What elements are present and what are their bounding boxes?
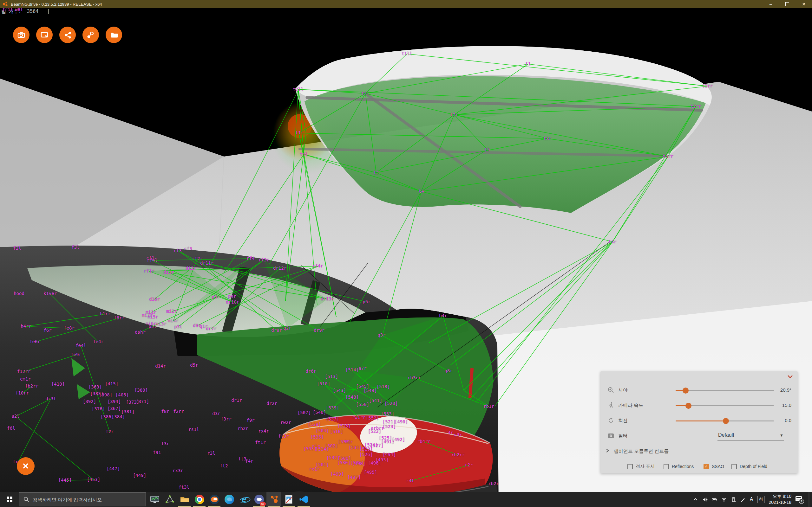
taskbar-app-file-explorer[interactable] — [177, 492, 192, 507]
checkbox-label: 격자 표시 — [636, 464, 655, 469]
taskbar-app-edge[interactable] — [222, 492, 237, 507]
notification-badge: 2 — [799, 499, 804, 504]
wireframe-editor-icon — [165, 495, 174, 504]
open-folder-button[interactable] — [106, 26, 122, 43]
vs-code-icon — [299, 495, 309, 504]
beamng-drive-icon — [269, 495, 279, 504]
chrome-icon — [195, 495, 204, 504]
share-icon — [63, 31, 72, 39]
checkbox-depth-of-field[interactable]: ✓ Depth of Field — [731, 463, 767, 470]
checkbox-reflections[interactable]: ✓ Reflections — [664, 463, 694, 470]
checkbox-box: ✓ — [731, 464, 737, 469]
windows-taskbar: e 9+ A 한 오후 8: — [0, 492, 812, 507]
collapse-chevron-icon[interactable] — [787, 375, 793, 379]
title-bar[interactable]: BeamNG.drive - 0.23.5.2.12939 - RELEASE … — [0, 0, 812, 8]
filter-selected-value: Default — [718, 432, 734, 438]
beamng-window: t1llt1t2llt2lt2rt1rrt2rrt1lt2t3rt5t3rrt4… — [0, 0, 812, 507]
taskbar-app-discord[interactable]: 9+ — [252, 492, 266, 507]
maximize-icon — [785, 2, 789, 6]
minimize-icon: – — [769, 2, 772, 7]
maximize-button[interactable] — [779, 0, 796, 8]
close-button[interactable]: ✕ — [796, 0, 812, 8]
rotation-value: 0.0 — [763, 418, 792, 423]
camera-icon — [17, 31, 26, 39]
taskbar-app-vs-code[interactable] — [296, 492, 311, 507]
volume-icon[interactable] — [702, 497, 708, 502]
filter-dropdown[interactable]: Default ▼ — [717, 431, 784, 441]
taskbar-app-task-manager[interactable] — [147, 492, 162, 507]
chevron-up-icon[interactable] — [693, 497, 698, 502]
render-options-row: ✓ 격자 표시 ✓ Reflections ✓ SSAO ✓ Depth of … — [600, 463, 798, 471]
rotation-label: 회전 — [618, 418, 628, 424]
start-button[interactable] — [0, 492, 19, 507]
beam-counter-text: 빔 개수: 3564 | — [1, 9, 50, 14]
edge-icon — [224, 495, 234, 504]
rotation-row: 회전 0.0 — [600, 414, 798, 427]
checkbox-box: ✓ — [627, 464, 633, 469]
taskbar-search — [19, 493, 146, 506]
share-button[interactable] — [59, 26, 76, 43]
task-manager-icon — [150, 495, 159, 504]
camera-speed-label: 카메라 속도 — [618, 402, 643, 408]
filter-camera-icon — [607, 432, 614, 439]
taskbar-app-internet-explorer[interactable]: e — [237, 492, 252, 507]
close-icon: ✕ — [802, 2, 806, 7]
screenshot-camera-button[interactable] — [13, 26, 30, 43]
file-explorer-icon — [180, 495, 189, 504]
rotate-icon — [607, 417, 614, 424]
taskbar-app-blender[interactable] — [207, 492, 222, 507]
pen-icon[interactable] — [740, 497, 746, 502]
ime-english-indicator[interactable]: A — [750, 497, 753, 502]
internet-explorer-icon: e — [240, 495, 249, 504]
camera-settings-panel: 시야 20.9° 카메라 속도 15.0 회전 0.0 — [600, 372, 798, 473]
capture-region-icon — [40, 31, 49, 39]
blender-icon — [210, 495, 219, 504]
camera-speed-slider-thumb[interactable] — [686, 403, 692, 409]
exit-x-icon: ✕ — [22, 461, 29, 471]
fov-value: 20.9° — [763, 387, 792, 393]
steam-upload-button[interactable] — [83, 26, 99, 43]
taskbar-clock[interactable]: 오후 8:10 2021-10-18 — [768, 493, 792, 505]
ambient-occlusion-expander[interactable]: 앰비언트 오클루전 컨트롤 — [606, 446, 793, 456]
checkbox-label: SSAO — [712, 464, 724, 469]
checkbox-label: Depth of Field — [740, 464, 767, 469]
folder-icon — [109, 31, 118, 39]
filter-label: 필터 — [618, 433, 628, 439]
discord-badge: 9+ — [260, 502, 266, 506]
running-person-icon — [607, 402, 614, 409]
taskbar-app-beamng-drive[interactable] — [266, 492, 281, 507]
notification-center-button[interactable]: 2 — [796, 496, 803, 503]
fov-row: 시야 20.9° — [600, 384, 798, 397]
wifi-icon[interactable] — [721, 497, 727, 502]
taskbar-app-wireframe-editor[interactable] — [162, 492, 177, 507]
search-icon — [23, 497, 29, 502]
minimize-button[interactable]: – — [763, 0, 779, 8]
rotation-slider-thumb[interactable] — [723, 418, 729, 424]
tray-date: 2021-10-18 — [768, 499, 792, 505]
ime-korean-indicator[interactable]: 한 — [757, 496, 764, 503]
fov-label: 시야 — [618, 387, 628, 393]
checkbox-grid-display[interactable]: ✓ 격자 표시 — [627, 463, 655, 470]
show-desktop-button[interactable] — [809, 492, 809, 507]
magnifier-plus-icon — [607, 387, 614, 394]
usb-device-icon[interactable] — [731, 497, 736, 502]
exit-button[interactable]: ✕ — [17, 457, 35, 475]
battery-icon[interactable] — [712, 497, 717, 502]
taskbar-app-image-viewer[interactable] — [281, 492, 296, 507]
taskbar-app-chrome[interactable] — [192, 492, 207, 507]
checkbox-ssao[interactable]: ✓ SSAO — [704, 463, 724, 470]
search-input[interactable] — [19, 493, 146, 506]
filter-row: 필터 Default ▼ — [600, 430, 798, 442]
fov-slider-track[interactable] — [676, 390, 774, 391]
camera-speed-row: 카메라 속도 15.0 — [600, 399, 798, 412]
capture-region-button[interactable] — [36, 26, 53, 43]
divider — [606, 459, 793, 459]
image-viewer-icon — [284, 495, 294, 504]
system-tray: A 한 오후 8:10 2021-10-18 2 — [693, 492, 812, 507]
tray-time: 오후 8:10 — [768, 493, 792, 499]
checkbox-box: ✓ — [704, 464, 709, 469]
screenshot-toolbar — [13, 26, 122, 43]
fov-slider-thumb[interactable] — [682, 388, 689, 394]
ambient-occlusion-label: 앰비언트 오클루전 컨트롤 — [614, 448, 669, 454]
steam-icon — [86, 31, 95, 39]
